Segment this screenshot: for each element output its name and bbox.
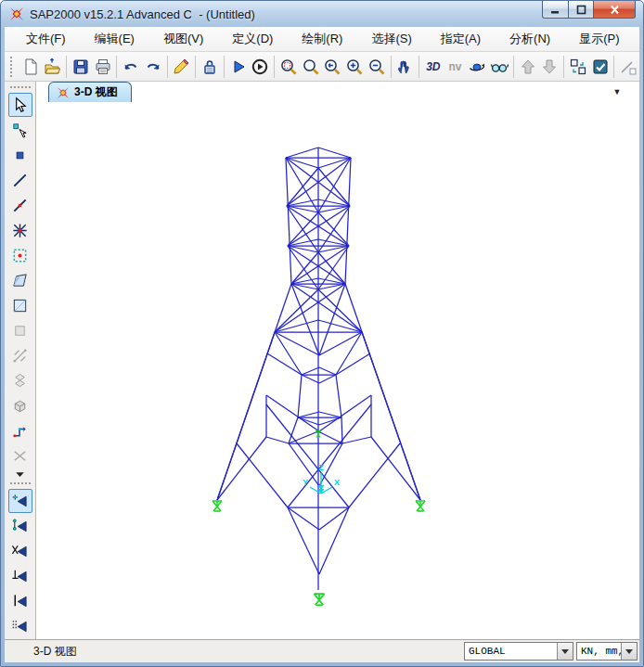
view-3d[interactable]: 3D: [422, 54, 444, 79]
menu-item-assign-menu[interactable]: 指定(A): [431, 27, 491, 51]
sidebar-drag-handle[interactable]: [10, 86, 31, 90]
menu-item-analyze-menu[interactable]: 分析(N): [499, 27, 560, 51]
toolbar-separator: [419, 56, 419, 78]
toolbar-drag-handle[interactable]: [10, 57, 14, 77]
lock-unlock-model-icon[interactable]: [199, 54, 221, 79]
menu-item-view-menu[interactable]: 视图(V): [153, 27, 213, 51]
quick-draw-area-icon: [8, 318, 32, 342]
coordinate-system-value: GLOBAL: [465, 643, 557, 660]
restore-full-view-icon[interactable]: [300, 54, 322, 79]
snap-to-intersections-icon[interactable]: [8, 539, 32, 563]
draw-poly-area-icon[interactable]: [8, 243, 32, 267]
window-title: SAP2000 v15.2.1 Advanced C - (Untitled): [30, 7, 255, 21]
draw-quad-area-icon[interactable]: [8, 268, 32, 292]
more-tools-chevron-icon[interactable]: [8, 468, 32, 480]
tab-label: 3-D 视图: [74, 84, 118, 100]
tab-list-chevron-icon[interactable]: ▼: [612, 87, 623, 96]
view-plan: nv: [444, 54, 467, 79]
redo-icon[interactable]: [142, 54, 164, 79]
pointer-icon[interactable]: [8, 93, 32, 117]
zoom-out-one-step-icon[interactable]: [366, 54, 388, 79]
menu-item-draw-menu[interactable]: 绘制(R): [291, 27, 353, 51]
snap-to-lines-edges-icon[interactable]: [8, 589, 32, 613]
coordinate-dropdown-arrow-icon[interactable]: [557, 643, 573, 660]
sap2000-logo-icon: [9, 6, 24, 21]
status-bar: 3-D 视图 GLOBAL KN, mm, C: [5, 639, 639, 662]
sap2000-window: SAP2000 v15.2.1 Advanced C - (Untitled) …: [0, 0, 644, 667]
menu-item-display-menu[interactable]: 显示(P): [569, 27, 629, 51]
draw-rect-area-icon[interactable]: [8, 293, 32, 317]
refresh-window-icon[interactable]: [171, 54, 193, 79]
run-animation-icon[interactable]: [249, 54, 271, 79]
snap-to-perpendicular-icon[interactable]: [8, 564, 32, 588]
toolbar-separator: [224, 56, 225, 78]
coordinate-system-dropdown[interactable]: GLOBAL: [464, 642, 573, 661]
zoom-in-one-step-icon[interactable]: [343, 54, 366, 79]
menu-bar: 文件(F)编辑(E)视图(V)定义(D)绘制(R)选择(S)指定(A)分析(N)…: [5, 27, 639, 52]
select-draw-mode-icon: [617, 54, 639, 79]
toolbar-separator: [513, 56, 514, 78]
draw-link-icon: [8, 343, 32, 367]
save-model-icon[interactable]: [70, 54, 92, 79]
side-toolbar: [5, 82, 36, 639]
toolbar-separator: [66, 56, 67, 78]
menu-item-design-menu[interactable]: 设计(G): [638, 27, 644, 51]
quick-draw-braces-icon[interactable]: [8, 218, 32, 242]
rubber-band-zoom-icon[interactable]: [277, 54, 300, 79]
reshape-object-icon[interactable]: [8, 118, 32, 142]
toolbar-separator: [116, 56, 117, 78]
draw-developed-elevation-icon[interactable]: [8, 418, 32, 443]
view-tab-bar: 3-D 视图 ▼: [36, 82, 639, 102]
units-dropdown[interactable]: KN, mm, C: [576, 642, 638, 661]
maximize-button[interactable]: [569, 1, 594, 19]
model-canvas[interactable]: 3-D 视图 ▼: [36, 82, 639, 639]
set-display-options-icon[interactable]: [589, 54, 612, 79]
close-button[interactable]: [594, 1, 636, 19]
title-bar[interactable]: SAP2000 v15.2.1 Advanced C - (Untitled): [1, 1, 643, 27]
snap-toolbar-drag-handle[interactable]: [10, 482, 31, 486]
pan-icon[interactable]: [393, 54, 416, 79]
previous-zoom-icon[interactable]: [321, 54, 343, 79]
draw-frame-icon[interactable]: [8, 168, 32, 192]
toolbar-separator: [613, 56, 614, 78]
snap-to-grid-points-icon[interactable]: [8, 614, 32, 638]
units-dropdown-arrow-icon[interactable]: [621, 643, 637, 660]
menu-item-edit-menu[interactable]: 编辑(E): [84, 27, 145, 51]
units-value: KN, mm, C: [577, 643, 621, 660]
menu-item-file-menu[interactable]: 文件(F): [16, 27, 76, 51]
tab-3d-view[interactable]: 3-D 视图: [48, 82, 132, 102]
status-view-label: 3-D 视图: [33, 644, 464, 660]
toolbar-separator: [167, 56, 168, 78]
snap-to-joints-icon[interactable]: [8, 489, 32, 513]
quick-draw-frame-icon[interactable]: [8, 193, 32, 217]
toolbar-separator: [195, 56, 196, 78]
new-model-icon[interactable]: [19, 54, 42, 79]
run-analysis-icon[interactable]: [227, 54, 250, 79]
tab-sap2000-icon: [57, 86, 70, 99]
toolbar-separator: [391, 56, 392, 78]
undo-icon[interactable]: [120, 54, 142, 79]
open-file-icon[interactable]: [41, 54, 63, 79]
toolbar-separator: [274, 56, 275, 78]
print-icon[interactable]: [92, 54, 114, 79]
object-shrink-toggle-icon[interactable]: [567, 54, 589, 79]
menu-item-define-menu[interactable]: 定义(D): [222, 27, 283, 51]
draw-area-stack-icon: [8, 368, 32, 392]
menu-item-select-menu[interactable]: 选择(S): [361, 27, 421, 51]
toolbar-separator: [563, 56, 564, 78]
snap-to-midpoints-ends-icon[interactable]: [8, 514, 32, 538]
up-one-gridline-icon: [517, 54, 539, 79]
draw-solid-icon: [8, 393, 32, 417]
rotate-3d-view-icon[interactable]: [466, 54, 488, 79]
minimize-button[interactable]: [542, 1, 569, 19]
main-toolbar: 3Dnv: [5, 52, 639, 82]
perspective-toggle-icon[interactable]: [488, 54, 510, 79]
down-one-gridline-icon: [538, 54, 560, 79]
draw-joint-icon[interactable]: [8, 143, 32, 167]
draw-section-cut-icon: [8, 443, 32, 468]
